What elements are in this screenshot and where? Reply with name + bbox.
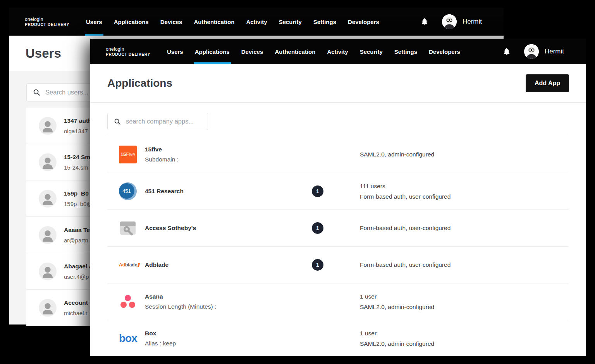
nav-item-users[interactable]: Users — [85, 8, 103, 36]
app-info: 1 userSAML2.0, admin-configured — [350, 330, 557, 347]
app-row[interactable]: 15Five15fiveSubdomain :SAML2.0, admin-co… — [107, 136, 569, 173]
top-nav: onelogin PRODUCT DELIVERY UsersApplicati… — [90, 39, 586, 64]
nav-right: Hermit — [420, 8, 482, 36]
user-silhouette-icon — [39, 190, 57, 208]
app-name: 451 Research — [145, 188, 294, 195]
app-info: Form-based auth, user-configured — [350, 261, 557, 268]
page-title: Users — [26, 46, 61, 61]
app-info-line: SAML2.0, admin-configured — [360, 151, 557, 158]
nav-item-activity[interactable]: Activity — [245, 8, 268, 36]
user-row-name: 159p_B0 — [64, 190, 93, 197]
app-row[interactable]: AsanaSession Length (Minutes) :1 userSAM… — [107, 283, 569, 320]
app-titles: 451 Research — [145, 188, 294, 195]
app-titles: Adblade — [145, 261, 294, 268]
onelogin-logo[interactable]: onelogin PRODUCT DELIVERY — [106, 39, 150, 64]
user-silhouette-icon — [39, 226, 57, 244]
apps-search-box — [107, 113, 208, 130]
app-row[interactable]: Access Sotheby's1Form-based auth, user-c… — [107, 210, 569, 247]
nav-item-devices[interactable]: Devices — [240, 39, 265, 64]
user-row-name: 15-24 Sm — [64, 154, 90, 161]
user-row-email: user.4@p — [64, 273, 93, 280]
apps-search-input[interactable] — [126, 118, 201, 125]
nav-item-developers[interactable]: Developers — [428, 39, 461, 64]
nav-item-devices[interactable]: Devices — [159, 8, 184, 36]
app-info-line: 1 user — [360, 293, 557, 300]
user-silhouette-icon — [39, 299, 57, 317]
app-name: Access Sotheby's — [145, 225, 294, 232]
nav-item-applications[interactable]: Applications — [113, 8, 150, 36]
app-info: 1 userSAML2.0, admin-configured — [350, 293, 557, 311]
app-row[interactable]: AdbladeAdblade1Form-based auth, user-con… — [107, 247, 569, 283]
app-subtitle: Session Length (Minutes) : — [145, 303, 294, 310]
app-name: Adblade — [145, 261, 294, 268]
user-row-name: Aaaaa Te — [64, 227, 90, 234]
app-info-line: SAML2.0, admin-configured — [360, 304, 557, 311]
nav-item-settings[interactable]: Settings — [393, 39, 418, 64]
app-subtitle: Subdomain : — [145, 156, 294, 163]
user-row-name: Account — [64, 299, 88, 306]
nav-item-settings[interactable]: Settings — [312, 8, 337, 36]
role-count-badge: 1 — [312, 185, 323, 197]
app-info-line: Form-based auth, user-configured — [360, 261, 557, 268]
user-row-name: 1347 auth — [64, 117, 92, 124]
top-nav: onelogin PRODUCT DELIVERY UsersApplicati… — [9, 8, 504, 36]
app-info-line: SAML2.0, admin-configured — [360, 340, 557, 347]
app-info-line: Form-based auth, user-configured — [360, 193, 557, 200]
notifications-bell-icon[interactable] — [502, 47, 511, 56]
generic-app-icon — [119, 219, 137, 237]
app-info-line: 111 users — [360, 183, 557, 190]
box-logo-icon: box — [119, 330, 137, 347]
onelogin-logo[interactable]: onelogin PRODUCT DELIVERY — [25, 8, 69, 36]
adblade-logo-icon: Adblade — [119, 256, 137, 274]
applications-window: onelogin PRODUCT DELIVERY UsersApplicati… — [90, 39, 586, 356]
nav-item-activity[interactable]: Activity — [326, 39, 349, 64]
nav-item-applications[interactable]: Applications — [194, 39, 231, 64]
user-silhouette-icon — [39, 117, 57, 135]
notifications-bell-icon[interactable] — [420, 17, 429, 26]
role-count-badge: 1 — [312, 259, 323, 271]
user-avatar[interactable] — [442, 14, 457, 29]
app-row[interactable]: 451451 Research1111 usersForm-based auth… — [107, 173, 569, 210]
logo-line1: onelogin — [25, 17, 69, 22]
app-info-line: Form-based auth, user-configured — [360, 225, 557, 232]
app-name: Asana — [145, 293, 294, 300]
user-avatar[interactable] — [524, 44, 539, 59]
user-row-email: 15-24.sm — [64, 164, 90, 171]
search-icon — [33, 89, 40, 96]
app-info: Form-based auth, user-configured — [350, 225, 557, 232]
nav-item-authentication[interactable]: Authentication — [193, 8, 236, 36]
app-info: SAML2.0, admin-configured — [350, 151, 557, 158]
logo-line2: PRODUCT DELIVERY — [106, 52, 150, 57]
nav-item-developers[interactable]: Developers — [347, 8, 380, 36]
apps-toolbar — [90, 103, 586, 136]
nav-menu: UsersApplicationsDevicesAuthenticationAc… — [161, 39, 466, 64]
user-name-label[interactable]: Hermit — [463, 18, 482, 26]
user-silhouette-icon — [39, 263, 57, 280]
user-silhouette-icon — [39, 153, 57, 171]
badge-column: 1 — [294, 259, 350, 271]
nav-item-security[interactable]: Security — [359, 39, 384, 64]
app-titles: BoxAlias : keep — [145, 330, 294, 347]
logo-line2: PRODUCT DELIVERY — [25, 22, 69, 27]
nav-item-security[interactable]: Security — [278, 8, 303, 36]
nav-right: Hermit — [502, 39, 564, 64]
badge-column: 1 — [294, 185, 350, 197]
nav-menu: UsersApplicationsDevicesAuthenticationAc… — [80, 8, 385, 36]
logo-line1: onelogin — [106, 46, 150, 52]
user-row-email: olga1347 — [64, 128, 92, 134]
app-row[interactable]: boxBoxAlias : keep1 userSAML2.0, admin-c… — [107, 320, 569, 356]
user-row-email: michael.t — [64, 310, 88, 316]
nav-item-users[interactable]: Users — [166, 39, 184, 64]
badge-column: 1 — [294, 222, 350, 234]
user-row-email: 159p_b0@ — [64, 201, 93, 207]
user-row-email: ar@partn — [64, 237, 90, 244]
user-name-label[interactable]: Hermit — [545, 48, 564, 55]
nav-item-authentication[interactable]: Authentication — [273, 39, 316, 64]
search-icon — [114, 118, 121, 125]
page-title: Applications — [107, 77, 526, 89]
app-titles: AsanaSession Length (Minutes) : — [145, 293, 294, 310]
role-count-badge: 1 — [312, 222, 323, 234]
15five-logo-icon: 15Five — [119, 146, 137, 163]
add-app-button[interactable]: Add App — [526, 74, 569, 92]
user-row-name: Abagael A — [64, 263, 93, 270]
